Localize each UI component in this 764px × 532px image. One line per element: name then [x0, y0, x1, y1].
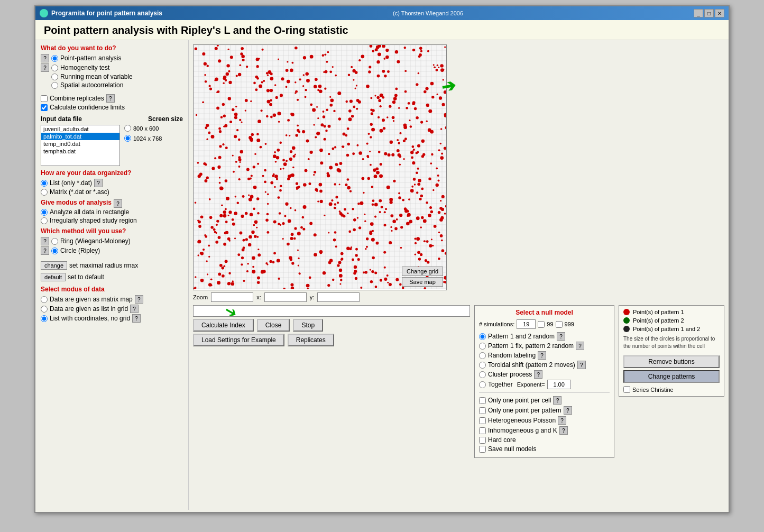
legend-panel: Point(s) of pattern 1 Point(s) of patter… [619, 305, 724, 397]
change-rmax-button[interactable]: change [41, 261, 67, 270]
x-input[interactable] [264, 292, 307, 302]
stop-button[interactable]: Stop [293, 319, 323, 332]
screen-800-label: 800 x 600 [133, 125, 159, 132]
change-grid-button[interactable]: Change grid [402, 267, 443, 276]
together-radio[interactable] [479, 381, 486, 388]
file-item-1[interactable]: palmito_tot.dat [41, 133, 119, 140]
ring-help[interactable]: ? [41, 237, 49, 245]
data-list-help[interactable]: ? [94, 179, 103, 187]
combine-replicates-checkbox[interactable] [41, 95, 48, 102]
random-labeling-radio[interactable] [479, 352, 486, 359]
calculate-index-button[interactable]: Calculate Index [193, 319, 254, 332]
select-modus-label: Select modus of data [41, 286, 183, 293]
close-button[interactable]: ✕ [715, 9, 724, 17]
remove-buttons-button[interactable]: Remove buttons [623, 355, 720, 368]
file-list[interactable]: juvenil_adulto.dat palmito_tot.dat temp_… [41, 125, 120, 166]
save-map-button[interactable]: Save map [402, 277, 443, 287]
file-item-0[interactable]: juvenil_adulto.dat [41, 125, 119, 133]
inhomog-gk-help[interactable]: ? [559, 426, 568, 435]
het-poisson-checkbox[interactable] [479, 417, 486, 424]
p1fix-help[interactable]: ? [576, 342, 584, 350]
x-label: x: [256, 294, 261, 300]
file-item-3[interactable]: temphab.dat [41, 148, 119, 155]
homogeneity-label: Homogeneity test [60, 64, 109, 71]
running-mean-radio[interactable] [51, 74, 58, 80]
ring-radio[interactable] [51, 238, 58, 245]
circle-label: Circle (Ripley) [60, 247, 100, 254]
irregular-radio[interactable] [41, 217, 48, 224]
rectangle-radio[interactable] [41, 209, 48, 216]
one-per-cell-help[interactable]: ? [553, 396, 562, 405]
p1fix-radio[interactable] [479, 343, 486, 350]
screen-800-radio[interactable] [124, 125, 131, 132]
list-coord-radio[interactable] [41, 315, 48, 322]
cluster-help[interactable]: ? [534, 370, 542, 379]
combine-replicates-label: Combine replicates [50, 95, 104, 102]
arrow-icon: ➔ [440, 75, 457, 97]
y-input[interactable] [317, 292, 360, 302]
list-coord-help[interactable]: ? [132, 314, 141, 323]
series-label: Series Christine [632, 387, 674, 393]
hard-core-checkbox[interactable] [479, 437, 486, 444]
rmax-label: set maximal radius rmax [69, 262, 138, 269]
save-null-checkbox[interactable] [479, 446, 486, 453]
minimize-button[interactable]: _ [694, 9, 703, 17]
circle-help[interactable]: ? [41, 246, 49, 255]
maximize-button[interactable]: □ [704, 9, 714, 17]
matrix-map-help[interactable]: ? [135, 295, 143, 304]
legend-dot-3 [623, 326, 630, 332]
list-grid-radio[interactable] [41, 306, 48, 313]
data-matrix-radio[interactable] [41, 189, 48, 196]
method-label: Which method will you use? [41, 227, 183, 235]
zoom-input[interactable] [211, 292, 253, 302]
pp-analysis-radio[interactable] [51, 55, 58, 62]
exponent-input[interactable] [547, 380, 571, 389]
default-button[interactable]: default [41, 273, 66, 281]
load-settings-button[interactable]: Load Settings for Example [193, 334, 284, 346]
change-patterns-button[interactable]: Change patterns [623, 370, 720, 383]
list-coord-label: List with coordinates, no grid [50, 315, 130, 322]
toroidal-radio[interactable] [479, 362, 486, 369]
homogeneity-help[interactable]: ? [41, 63, 49, 72]
pp-analysis-help[interactable]: ? [41, 54, 49, 62]
sim-999-checkbox[interactable] [556, 321, 563, 328]
cluster-radio[interactable] [479, 371, 486, 378]
series-checkbox[interactable] [623, 386, 630, 393]
one-per-pattern-help[interactable]: ? [564, 406, 572, 415]
calc-confidence-checkbox[interactable] [41, 104, 48, 111]
het-poisson-help[interactable]: ? [558, 416, 566, 425]
p1p2-random-radio[interactable] [479, 333, 486, 340]
modus-help[interactable]: ? [114, 199, 122, 208]
one-per-cell-label: Only one point per cell [488, 397, 551, 404]
calc-confidence-label: Calculate confidence limits [50, 104, 125, 111]
inhomog-gk-checkbox[interactable] [479, 427, 486, 434]
legend-note: The size of the circles is proportional … [623, 335, 720, 350]
file-item-2[interactable]: temp_ind0.dat [41, 140, 119, 148]
map-area: Change grid Save map [193, 44, 447, 290]
random-labeling-help[interactable]: ? [538, 351, 546, 360]
sim-99-checkbox[interactable] [538, 321, 545, 328]
running-mean-label: Running mean of variable [60, 73, 133, 80]
screen-1024-label: 1024 x 768 [133, 135, 162, 142]
combine-help[interactable]: ? [106, 94, 115, 103]
toroidal-help[interactable]: ? [577, 361, 586, 369]
one-per-cell-checkbox[interactable] [479, 397, 486, 404]
het-poisson-label: Heterogeneous Poisson [488, 417, 556, 424]
homogeneity-radio[interactable] [51, 65, 58, 71]
data-organized-label: How are your data organized? [41, 169, 183, 177]
p1p2-help[interactable]: ? [557, 332, 565, 341]
legend-dot-2 [623, 317, 630, 324]
circle-radio[interactable] [51, 247, 58, 254]
cluster-label: Cluster process [488, 371, 532, 378]
one-per-pattern-checkbox[interactable] [479, 407, 486, 414]
list-grid-help[interactable]: ? [130, 305, 139, 313]
sim-value-input[interactable] [517, 319, 536, 329]
screen-1024-radio[interactable] [124, 135, 131, 142]
legend-label-1: Point(s) of pattern 1 [633, 309, 684, 315]
replicates-button[interactable]: Replicates [288, 334, 334, 346]
data-list-radio[interactable] [41, 180, 48, 187]
matrix-map-radio[interactable] [41, 296, 48, 303]
close-button[interactable]: Close [257, 319, 290, 332]
modus-label: Give modus of analysis [41, 199, 112, 206]
spatial-auto-radio[interactable] [51, 82, 58, 89]
